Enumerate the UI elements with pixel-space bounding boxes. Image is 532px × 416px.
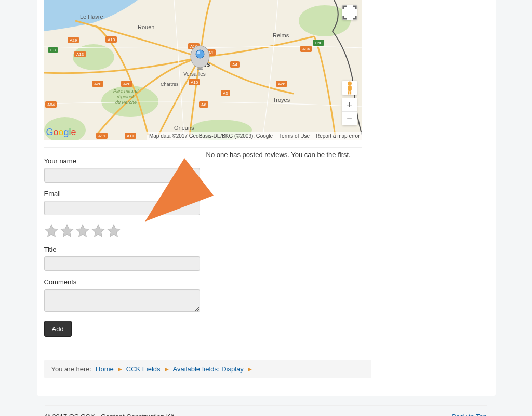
map-zoom-control: + − <box>342 98 357 125</box>
title-input[interactable] <box>44 256 200 271</box>
chevron-right-icon: ▶ <box>118 366 122 372</box>
name-input[interactable] <box>44 168 200 183</box>
svg-point-44 <box>197 68 203 70</box>
star-icon[interactable] <box>91 224 105 238</box>
star-icon[interactable] <box>107 224 121 238</box>
svg-text:A28: A28 <box>94 82 101 86</box>
title-label: Title <box>44 245 200 253</box>
svg-text:A5: A5 <box>223 91 228 96</box>
email-input[interactable] <box>44 201 200 215</box>
svg-text:A26: A26 <box>277 82 285 86</box>
svg-text:E50: E50 <box>314 41 322 45</box>
map-city-label: Le Havre <box>80 14 103 20</box>
map-city-label: Chartres <box>161 82 179 87</box>
svg-text:A29: A29 <box>69 38 77 43</box>
comments-label: Comments <box>44 278 200 286</box>
svg-text:A84: A84 <box>47 102 55 107</box>
svg-rect-47 <box>348 91 349 94</box>
svg-text:A11: A11 <box>126 134 134 138</box>
svg-text:A10: A10 <box>190 80 198 85</box>
comments-textarea[interactable] <box>44 289 200 312</box>
svg-text:A28: A28 <box>123 82 130 86</box>
zoom-in-button[interactable]: + <box>342 98 357 112</box>
rating-stars <box>44 224 200 238</box>
chevron-right-icon: ▶ <box>165 366 169 372</box>
chevron-right-icon: ▶ <box>248 366 252 372</box>
name-label: Your name <box>44 157 200 165</box>
breadcrumb-link-available-fields[interactable]: Available fields: Display <box>173 365 244 373</box>
breadcrumb: You are here: Home ▶ CCK Fields ▶ Availa… <box>44 360 371 378</box>
star-icon[interactable] <box>75 224 90 238</box>
map-report-link[interactable]: Report a map error <box>316 133 360 139</box>
map-terms-link[interactable]: Terms of Use <box>279 133 310 139</box>
svg-rect-48 <box>350 91 351 94</box>
map-city-label: Troyes <box>273 97 290 103</box>
page-footer: © 2017 OS CCK - Content Construction Kit… <box>45 406 487 416</box>
star-icon[interactable] <box>60 224 74 238</box>
svg-text:A34: A34 <box>302 47 310 51</box>
map-city-label: Orléans <box>174 125 194 131</box>
svg-text:A13: A13 <box>107 37 115 42</box>
back-to-top-link[interactable]: Back to Top <box>451 413 487 416</box>
star-icon[interactable] <box>44 224 59 238</box>
svg-rect-46 <box>348 85 352 91</box>
map-city-label: Rouen <box>138 24 154 30</box>
breadcrumb-label: You are here: <box>51 365 92 373</box>
add-button[interactable]: Add <box>44 321 72 337</box>
zoom-out-button[interactable]: − <box>342 112 357 125</box>
svg-text:A13: A13 <box>76 52 84 57</box>
google-logo: Google <box>46 127 76 138</box>
map-city-label: Reims <box>273 32 289 38</box>
google-map[interactable]: A13 A13 A16 A1 A4 A5 A6 A10 A11 A11 A28 … <box>44 0 362 140</box>
map-attribution: Map data ©2017 GeoBasis-DE/BKG (©2009), … <box>147 132 362 140</box>
svg-point-43 <box>197 51 200 54</box>
email-label: Email <box>44 190 200 198</box>
svg-point-45 <box>348 82 352 86</box>
svg-text:A6: A6 <box>201 102 206 107</box>
fullscreen-icon[interactable] <box>342 5 357 20</box>
svg-text:E3: E3 <box>50 48 56 53</box>
breadcrumb-link-home[interactable]: Home <box>96 365 114 373</box>
map-attribution-text: Map data ©2017 GeoBasis-DE/BKG (©2009), … <box>149 133 273 139</box>
svg-text:A11: A11 <box>98 134 105 138</box>
breadcrumb-link-cck-fields[interactable]: CCK Fields <box>126 365 161 373</box>
copyright-text: © 2017 OS CCK - Content Construction Kit <box>45 413 174 416</box>
svg-point-42 <box>196 50 204 58</box>
svg-text:A4: A4 <box>232 62 237 67</box>
no-reviews-message: No one has posted reviews. You can be th… <box>206 151 414 159</box>
pegman-icon[interactable] <box>342 81 357 95</box>
map-city-label: Versailles <box>183 71 206 77</box>
